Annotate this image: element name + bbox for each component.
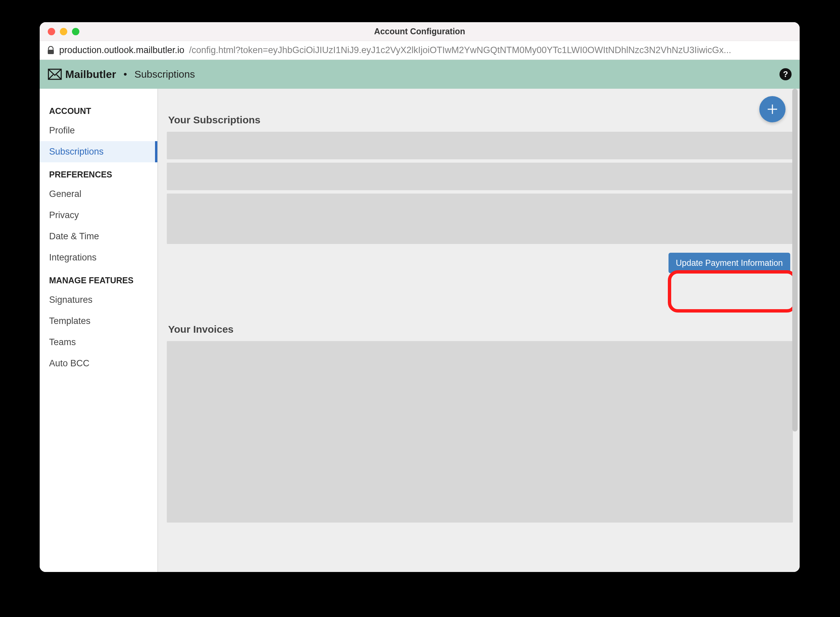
nav-header-account: ACCOUNT bbox=[40, 99, 157, 120]
svg-rect-0 bbox=[48, 50, 54, 54]
app-window: Account Configuration production.outlook… bbox=[40, 22, 800, 572]
mailbutler-logo-icon bbox=[48, 69, 62, 80]
update-payment-button[interactable]: Update Payment Information bbox=[668, 253, 790, 273]
subscription-row-placeholder bbox=[167, 132, 793, 159]
add-subscription-button[interactable] bbox=[759, 96, 785, 123]
url-path: /config.html?token=eyJhbGciOiJIUzI1NiJ9.… bbox=[189, 45, 731, 55]
plus-icon bbox=[766, 103, 778, 115]
window-minimize-button[interactable] bbox=[60, 28, 67, 35]
brand-logo[interactable]: Mailbutler bbox=[48, 68, 116, 81]
sidebar-item-auto-bcc[interactable]: Auto BCC bbox=[40, 353, 157, 374]
window-titlebar: Account Configuration bbox=[40, 22, 800, 41]
sidebar-item-profile[interactable]: Profile bbox=[40, 120, 157, 141]
sidebar-item-subscriptions[interactable]: Subscriptions bbox=[40, 141, 157, 162]
sidebar-item-templates[interactable]: Templates bbox=[40, 310, 157, 332]
window-close-button[interactable] bbox=[48, 28, 55, 35]
address-bar[interactable]: production.outlook.mailbutler.io /config… bbox=[40, 41, 800, 60]
sidebar-item-integrations[interactable]: Integrations bbox=[40, 247, 157, 268]
sidebar-item-signatures[interactable]: Signatures bbox=[40, 289, 157, 310]
brand-name: Mailbutler bbox=[65, 68, 116, 81]
invoices-heading: Your Invoices bbox=[168, 323, 791, 335]
sidebar-item-date-time[interactable]: Date & Time bbox=[40, 226, 157, 247]
subscription-row-placeholder bbox=[167, 162, 793, 190]
brand-bar: Mailbutler • Subscriptions ? bbox=[40, 60, 800, 89]
sidebar-item-privacy[interactable]: Privacy bbox=[40, 205, 157, 226]
scrollbar-track[interactable] bbox=[792, 89, 798, 572]
help-icon[interactable]: ? bbox=[779, 68, 791, 80]
sidebar: ACCOUNT Profile Subscriptions PREFERENCE… bbox=[40, 89, 158, 572]
sidebar-item-teams[interactable]: Teams bbox=[40, 332, 157, 353]
main-panel: Your Subscriptions Update Payment Inform… bbox=[158, 89, 800, 572]
subscription-row-placeholder bbox=[167, 193, 793, 244]
lock-icon bbox=[47, 46, 55, 55]
breadcrumb-separator: • bbox=[123, 69, 127, 80]
breadcrumb: Subscriptions bbox=[135, 69, 195, 80]
url-host: production.outlook.mailbutler.io bbox=[59, 45, 184, 55]
subscriptions-heading: Your Subscriptions bbox=[168, 114, 791, 126]
scrollbar-thumb[interactable] bbox=[792, 89, 798, 431]
window-zoom-button[interactable] bbox=[72, 28, 79, 35]
nav-header-preferences: PREFERENCES bbox=[40, 162, 157, 183]
window-controls bbox=[40, 28, 79, 35]
window-title: Account Configuration bbox=[40, 27, 800, 36]
invoices-placeholder bbox=[167, 341, 793, 523]
sidebar-item-general[interactable]: General bbox=[40, 183, 157, 205]
nav-header-manage-features: MANAGE FEATURES bbox=[40, 268, 157, 289]
